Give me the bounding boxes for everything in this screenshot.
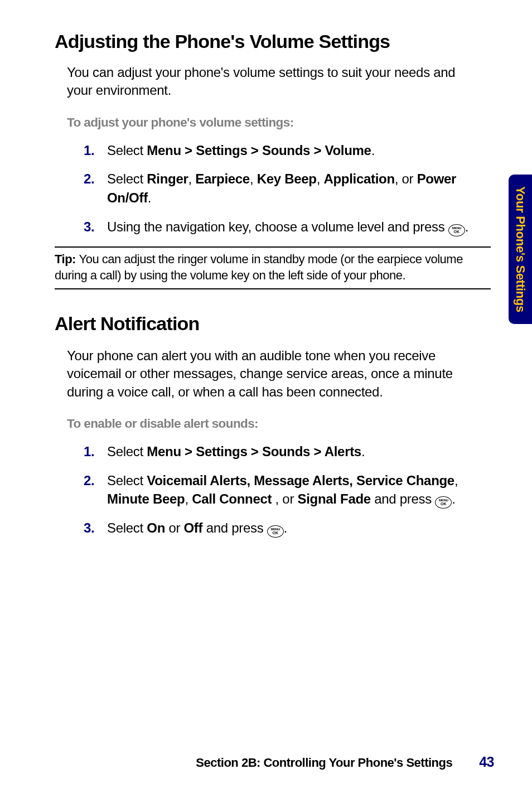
text: . — [361, 444, 365, 459]
text: , — [454, 473, 458, 488]
menu-path: Menu > Settings > Sounds > Alerts — [147, 444, 361, 459]
section-volume-settings: Adjusting the Phone's Volume Settings Yo… — [55, 31, 494, 236]
text: Select — [107, 444, 147, 459]
step-body: Select Menu > Settings > Sounds > Volume… — [107, 141, 477, 160]
subhead-volume: To adjust your phone's volume settings: — [67, 115, 494, 130]
option: Key Beep — [257, 171, 317, 186]
text: . — [371, 143, 375, 158]
step-marker: 1. — [84, 141, 107, 160]
step-body: Select On or Off and press . — [107, 519, 477, 538]
option: Application — [323, 171, 394, 186]
page-footer: Section 2B: Controlling Your Phone's Set… — [0, 754, 532, 770]
text: and press — [202, 520, 267, 535]
text: , — [317, 171, 324, 186]
heading-volume: Adjusting the Phone's Volume Settings — [55, 31, 494, 52]
text: . — [148, 190, 151, 205]
text: and press — [371, 491, 435, 506]
text: , — [188, 171, 196, 186]
list-item: 1. Select Menu > Settings > Sounds > Ale… — [84, 442, 477, 461]
option: Voicemail Alerts, Message Alerts, Servic… — [147, 473, 454, 488]
text: , — [250, 171, 257, 186]
intro-volume: You can adjust your phone's volume setti… — [67, 64, 494, 100]
step-marker: 2. — [84, 170, 107, 207]
page-number: 43 — [479, 754, 494, 770]
intro-alert: Your phone can alert you with an audible… — [67, 347, 494, 401]
option: Minute Beep — [107, 491, 185, 506]
text: . — [284, 520, 287, 535]
list-item: 2. Select Ringer, Earpiece, Key Beep, Ap… — [84, 170, 477, 207]
text: , or — [272, 491, 297, 506]
step-body: Select Voicemail Alerts, Message Alerts,… — [107, 471, 477, 509]
tip-text: You can adjust the ringer volume in stan… — [55, 252, 463, 283]
option: Call Connect — [192, 491, 272, 506]
page-content: Adjusting the Phone's Volume Settings Yo… — [0, 0, 532, 538]
text: . — [465, 219, 468, 234]
tip-block: Tip: You can adjust the ringer volume in… — [55, 246, 491, 289]
option: Off — [184, 520, 203, 535]
step-body: Using the navigation key, choose a volum… — [107, 217, 477, 236]
step-marker: 1. — [84, 442, 107, 461]
step-marker: 3. — [84, 519, 107, 538]
text: Using the navigation key, choose a volum… — [107, 219, 448, 234]
step-marker: 3. — [84, 217, 107, 236]
list-item: 3. Using the navigation key, choose a vo… — [84, 217, 477, 236]
list-item: 3. Select On or Off and press . — [84, 519, 477, 538]
menu-path: Menu > Settings > Sounds > Volume — [147, 143, 371, 158]
list-item: 1. Select Menu > Settings > Sounds > Vol… — [84, 141, 477, 160]
steps-alert: 1. Select Menu > Settings > Sounds > Ale… — [84, 442, 494, 538]
step-body: Select Ringer, Earpiece, Key Beep, Appli… — [107, 170, 477, 207]
footer-section-label: Section 2B: Controlling Your Phone's Set… — [196, 756, 452, 770]
text: Select — [107, 171, 147, 186]
text: Select — [107, 143, 147, 158]
text: Select — [107, 520, 147, 535]
menu-ok-icon — [267, 525, 284, 538]
text: Select — [107, 473, 147, 488]
side-tab-label: Your Phone's Settings — [513, 186, 528, 312]
text: or — [165, 520, 183, 535]
menu-ok-icon — [448, 224, 465, 236]
option: Ringer — [147, 171, 188, 186]
heading-alert: Alert Notification — [55, 313, 494, 335]
list-item: 2. Select Voicemail Alerts, Message Aler… — [84, 471, 477, 509]
text: , or — [395, 171, 417, 186]
step-marker: 2. — [84, 471, 107, 509]
subhead-alert: To enable or disable alert sounds: — [67, 417, 494, 431]
step-body: Select Menu > Settings > Sounds > Alerts… — [107, 442, 477, 461]
tip-label: Tip: — [55, 252, 79, 266]
text: , — [185, 491, 192, 506]
section-alert-notification: Alert Notification Your phone can alert … — [55, 313, 494, 538]
side-tab: Your Phone's Settings — [509, 175, 532, 324]
option: Earpiece — [195, 171, 250, 186]
text: . — [452, 491, 455, 506]
option: On — [147, 520, 165, 535]
menu-ok-icon — [435, 496, 452, 509]
steps-volume: 1. Select Menu > Settings > Sounds > Vol… — [84, 141, 494, 236]
option: Signal Fade — [297, 491, 370, 506]
